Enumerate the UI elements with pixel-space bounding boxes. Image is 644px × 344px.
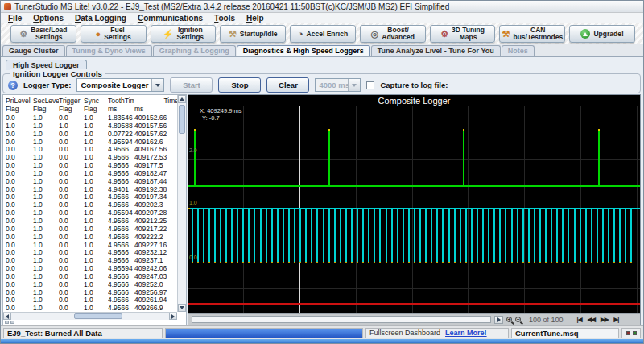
accel-enrich-button[interactable]: ◔Accel Enrich: [290, 25, 356, 43]
table-row[interactable]: 0.01.00.01.04.9566409167.56: [3, 146, 176, 154]
table-row[interactable]: 0.01.00.01.04.9566409212.25: [3, 218, 176, 226]
splitter-grip[interactable]: [5, 320, 14, 325]
table-row[interactable]: 0.01.00.01.04.95594409242.06: [3, 265, 176, 273]
interval-value: 4000 ms: [316, 79, 348, 91]
table-row[interactable]: 0.01.00.01.04.95594409162.6: [3, 139, 176, 147]
table-row[interactable]: 0.01.00.01.04.9566409202.3: [3, 201, 176, 209]
table-row[interactable]: 0.01.00.01.04.9566409217.22: [3, 226, 176, 234]
composite-tooth-trace-dot: [311, 262, 312, 263]
composite-tooth-trace-dot: [608, 262, 609, 263]
menu-help[interactable]: Help: [241, 14, 270, 23]
table-row[interactable]: 0.01.00.01.04.9566409252.0: [3, 281, 176, 289]
table-row[interactable]: 0.01.00.01.04.9566409187.44: [3, 178, 176, 186]
table-row[interactable]: 0.01.00.01.04.9566409247.03: [3, 273, 176, 281]
logger-data-table-panel: PriLevelSecLevelTriggerSyncToothTimeTime…: [2, 94, 187, 325]
table-vertical-scrollbar[interactable]: [177, 95, 186, 312]
hammer-icon: ⚒: [502, 30, 510, 39]
composite-tooth-trace-tooth: [580, 209, 581, 262]
table-row[interactable]: 0.01.00.01.04.9401409192.38: [3, 186, 176, 194]
chart-plot-area[interactable]: 2.01.00.0X: 409249.9 msY: -0.7: [188, 106, 640, 313]
table-row[interactable]: 0.01.00.01.01.83546409152.66: [3, 114, 176, 122]
zoom-in-icon[interactable]: +: [506, 317, 512, 322]
zoom-out-icon[interactable]: −: [515, 317, 521, 322]
cell: 4.9566: [108, 162, 134, 170]
scroll-right-icon[interactable]: [169, 313, 177, 320]
scroll-thumb[interactable]: [179, 105, 185, 134]
table-row[interactable]: 0.01.00.01.04.9566409237.1: [3, 257, 176, 265]
cell: 1.0: [84, 249, 108, 257]
composite-tooth-trace-dot: [448, 262, 450, 263]
scroll-left-icon[interactable]: [3, 313, 11, 320]
table-row[interactable]: 0.01.00.01.04.9566409261.94: [3, 296, 176, 305]
menu-options[interactable]: Options: [27, 14, 69, 23]
logger-type-select[interactable]: Composite Logger: [76, 78, 164, 92]
cell: 1.0: [33, 281, 59, 289]
last-page-icon[interactable]: ▶|: [613, 316, 621, 323]
stop-button[interactable]: Stop: [218, 77, 261, 93]
cell: 4.9566: [108, 201, 134, 209]
tab-diagnostics-high-speed-loggers[interactable]: Diagnostics & High Speed Loggers: [237, 45, 370, 56]
composite-tooth-trace-dot: [192, 262, 193, 263]
table-horizontal-scrollbar[interactable]: [3, 312, 177, 320]
cell: 1.0: [84, 146, 108, 154]
table-row[interactable]: 0.01.00.01.00.07722409157.62: [3, 131, 176, 139]
v-gridline: [468, 106, 469, 313]
scroll-up-icon[interactable]: [178, 95, 186, 103]
startup-idle-button[interactable]: ⚒Startup/Idle: [220, 25, 286, 43]
prev-page-icon[interactable]: ◀◀: [585, 316, 597, 323]
chart-scrollbar[interactable]: [192, 316, 491, 323]
table-body: 0.01.00.01.01.83546409152.661.01.01.01.0…: [3, 114, 176, 310]
chart-scroll-right-icon[interactable]: [494, 316, 503, 324]
cell: 0.0: [59, 218, 84, 226]
can-bus-testmodes-button[interactable]: ⚒CANbus/Testmodes: [499, 25, 565, 43]
composite-tooth-trace-dot: [386, 262, 387, 263]
composite-tooth-trace-tooth: [556, 209, 558, 262]
cell: 409217.22: [134, 226, 176, 234]
menu-tools[interactable]: Tools: [208, 14, 241, 23]
menu-communications[interactable]: Communications: [132, 14, 208, 23]
fuel-settings-button[interactable]: ●FuelSettings: [80, 25, 147, 43]
cell: 1.0: [33, 131, 59, 139]
tab-gauge-cluster[interactable]: Gauge Cluster: [2, 45, 65, 56]
table-row[interactable]: 0.01.00.01.04.9566409266.9: [3, 305, 176, 310]
upgrade-button[interactable]: Upgrade!: [569, 25, 635, 43]
table-row[interactable]: 0.01.00.01.04.95594409207.28: [3, 209, 176, 218]
composite-tooth-trace-tooth: [379, 209, 381, 262]
capture-to-log-checkbox[interactable]: [366, 81, 374, 89]
table-row[interactable]: 0.01.00.01.04.9566409177.5: [3, 162, 176, 170]
table-row[interactable]: 0.01.00.01.04.9566409172.53: [3, 154, 176, 162]
cell: 0.07722: [108, 131, 134, 139]
composite-tooth-trace-dot: [260, 262, 262, 263]
scroll-down-icon[interactable]: [178, 304, 186, 312]
boost-advanced-button[interactable]: ◎Boost/Advanced: [360, 25, 426, 43]
3d-tuning-maps-button[interactable]: ⚙3D TuningMaps: [430, 25, 496, 43]
interval-select[interactable]: 4000 ms: [315, 78, 361, 92]
chevron-down-icon[interactable]: [151, 79, 163, 91]
table-row[interactable]: 0.01.00.01.04.9566409197.34: [3, 193, 176, 201]
basic-load-settings-button[interactable]: ⚙Basic/LoadSettings: [10, 25, 76, 43]
table-row[interactable]: 0.01.00.01.04.9566409256.97: [3, 289, 176, 297]
menu-file[interactable]: File: [2, 14, 27, 23]
cell: 1.0: [33, 289, 59, 297]
scroll-thumb[interactable]: [74, 313, 122, 319]
tab-tune-analyze-live-tune-for-you[interactable]: Tune Analyze Live! - Tune For You: [371, 45, 501, 56]
table-row[interactable]: 1.01.01.01.04.89588409157.56: [3, 122, 176, 131]
first-page-icon[interactable]: |◀: [576, 316, 584, 323]
cell: 4.9566: [108, 249, 134, 257]
menu-data-logging[interactable]: Data Logging: [69, 14, 132, 23]
composite-tooth-trace-tooth: [237, 209, 238, 262]
table-row[interactable]: 0.01.00.01.04.9566409227.16: [3, 242, 176, 250]
composite-tooth-trace-dot: [248, 262, 250, 263]
ignition-settings-button[interactable]: ⚡IgnitionSettings: [151, 25, 217, 43]
clear-button[interactable]: Clear: [266, 77, 309, 93]
table-row[interactable]: 0.01.00.01.04.9566409182.47: [3, 170, 176, 178]
help-icon[interactable]: ?: [8, 81, 18, 90]
start-button[interactable]: Start: [170, 77, 213, 93]
next-page-icon[interactable]: ▶▶: [599, 316, 610, 323]
cell: 409187.44: [134, 178, 176, 186]
composite-tooth-trace-tooth: [357, 209, 358, 262]
table-row[interactable]: 0.01.00.01.04.9566409232.12: [3, 249, 176, 257]
table-row[interactable]: 0.01.00.01.04.9566409222.2: [3, 234, 176, 242]
learn-more-link[interactable]: Learn More!: [445, 329, 487, 337]
cell: 1.0: [84, 178, 108, 186]
